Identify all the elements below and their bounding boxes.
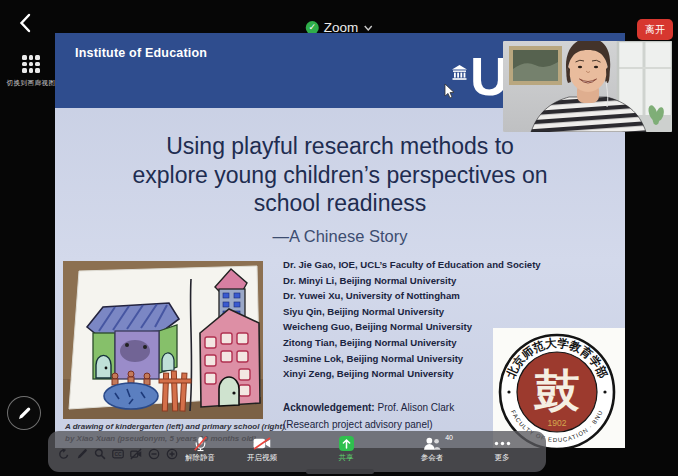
slide-subtitle: —A Chinese Story [55, 222, 625, 251]
author-line: Dr. Minyi Li, Beijing Normal University [283, 273, 541, 289]
ack-label: Acknowledgement: [283, 402, 375, 413]
gallery-view-toggle[interactable]: 切换到画廊视图 [1, 55, 61, 88]
video-off-icon[interactable] [129, 448, 142, 461]
share-screen-button[interactable]: 共享 [322, 435, 370, 463]
chevron-down-icon [363, 25, 372, 31]
annotation-toolbar: CC [57, 448, 178, 461]
title-line-2: explore young children’s perspectives on [55, 161, 625, 190]
svg-text:CC: CC [114, 451, 122, 457]
undo-icon[interactable] [57, 448, 70, 461]
share-icon [339, 436, 354, 451]
author-line: Siyu Qin, Beijing Normal University [283, 304, 541, 320]
title-line-1: Using playful research methods to [55, 132, 625, 161]
pencil-icon [17, 406, 32, 421]
pen-icon[interactable] [75, 448, 88, 461]
author-line: Dr. Yuwei Xu, University of Nottingham [283, 288, 541, 304]
participant-count: 40 [445, 434, 453, 441]
chevron-left-icon [18, 13, 31, 33]
home-indicator[interactable] [306, 469, 374, 474]
participants-icon: 40 [408, 435, 456, 452]
participants-button[interactable]: 40 参会者 [408, 435, 456, 463]
more-dots-icon [478, 435, 526, 452]
grid-icon [22, 55, 40, 73]
unmute-button[interactable]: 解除静音 [176, 435, 224, 463]
bnu-logo: 北京师范大学教育学部 FACULTY OF EDUCATION · BNU 鼓 … [493, 328, 625, 448]
child-drawing-image [63, 261, 263, 419]
back-button[interactable] [16, 13, 32, 35]
camera-off-icon [238, 435, 286, 452]
mic-muted-icon [176, 435, 224, 452]
ucl-portico-icon [451, 65, 468, 84]
zoom-out-icon[interactable] [147, 448, 160, 461]
spotlight-icon[interactable] [93, 448, 106, 461]
self-video-tile[interactable] [503, 41, 672, 132]
institute-name: Institute of Education [75, 46, 207, 60]
leave-meeting-button[interactable]: 离开 [637, 19, 673, 40]
zoom-app-screen: ✓ Zoom 离开 切换到画廊视图 Institute of Education… [0, 0, 678, 476]
closed-caption-icon[interactable]: CC [111, 448, 124, 461]
author-line: Dr. Jie Gao, IOE, UCL’s Faculty of Educa… [283, 257, 541, 273]
mouse-cursor [444, 84, 455, 103]
slide-title: Using playful research methods to explor… [55, 132, 625, 250]
ack-name: Prof. Alison Clark [375, 402, 454, 413]
annotate-button[interactable] [7, 396, 41, 430]
start-video-button[interactable]: 开启视频 [238, 435, 286, 463]
meeting-toolbar: CC 解除静音 开启视频 共享 [48, 431, 546, 472]
more-button[interactable]: 更多 [478, 435, 526, 463]
bnu-year: 1902 [548, 418, 567, 428]
gallery-view-label: 切换到画廊视图 [1, 79, 61, 88]
bnu-drum-glyph: 鼓 [533, 365, 580, 417]
title-line-3: school readiness [55, 189, 625, 218]
